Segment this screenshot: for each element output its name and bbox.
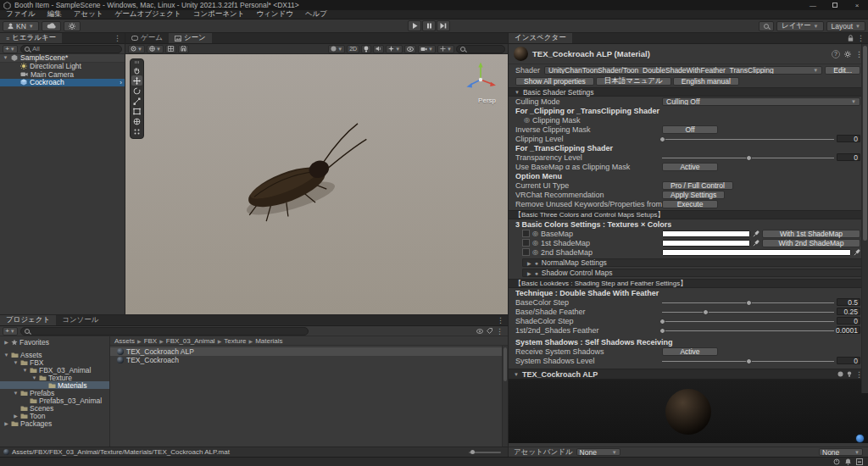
collapse-arrow-icon[interactable]: ▼ <box>3 55 8 60</box>
persp-label[interactable]: Persp <box>478 97 496 104</box>
clipping-level-slider[interactable] <box>662 135 834 143</box>
section-three-colors[interactable]: 【Basic Three Colors and Control Maps Set… <box>509 210 868 219</box>
rotate-tool-button[interactable] <box>131 86 142 96</box>
shades-feather-field[interactable]: 0.0001 <box>837 326 860 334</box>
orientation-gizmo[interactable] <box>462 59 499 97</box>
hierarchy-item-cockroach[interactable]: Cockroach › <box>0 79 125 87</box>
play-button[interactable] <box>408 20 421 31</box>
basecolor-step-field[interactable]: 0.5 <box>837 298 860 306</box>
overlay-drag-handle[interactable] <box>131 61 142 64</box>
base-shade-feather-field[interactable]: 0.25 <box>837 308 860 315</box>
1st-shademap-color-swatch[interactable] <box>662 240 750 247</box>
preview-header[interactable]: ▼ TEX_Cockroach ALP ⋮ <box>509 369 868 380</box>
kebab-menu-icon[interactable]: ⋮ <box>857 34 865 42</box>
tab-inspector[interactable]: インスペクター <box>509 33 572 43</box>
vrchat-apply-button[interactable]: Apply Settings <box>662 191 725 199</box>
menu-assets[interactable]: アセット <box>68 10 109 19</box>
file-list-scrollbar[interactable] <box>502 346 508 447</box>
tree-item-scenes[interactable]: Scenes <box>0 404 109 412</box>
section-basic-shader-settings[interactable]: ▼Basic Shader Settings <box>509 87 868 97</box>
account-dropdown[interactable]: KN ▼ <box>3 21 39 31</box>
version-control-button[interactable] <box>64 21 81 31</box>
create-object-button[interactable]: +▼ <box>3 45 18 53</box>
basecolor-step-slider[interactable] <box>662 298 834 307</box>
cloud-services-button[interactable] <box>42 21 61 31</box>
cockroach-model[interactable] <box>206 114 384 241</box>
tab-scene[interactable]: シーン <box>169 33 212 43</box>
layers-dropdown[interactable]: レイヤー▼ <box>776 21 824 31</box>
eyedropper-icon[interactable] <box>753 230 760 237</box>
tree-item-prefabs-03-animal[interactable]: Prefabs_03_Animal <box>0 397 109 404</box>
step-button[interactable] <box>437 20 450 31</box>
crumb-texture[interactable]: Texture <box>224 337 246 345</box>
tool-handle-position-dropdown[interactable]: ▼ <box>128 45 145 53</box>
receive-system-shadows-button[interactable]: Active <box>662 347 718 356</box>
tree-item-materials[interactable]: Materials <box>0 381 109 389</box>
hierarchy-search-input[interactable]: All <box>20 45 122 53</box>
2d-toggle[interactable]: 2D <box>347 45 359 53</box>
shader-dropdown[interactable]: UnityChanToonShader/Toon_DoubleShadeWith… <box>544 66 822 75</box>
notifications-bell-icon[interactable] <box>845 458 851 465</box>
material-preview-area[interactable] <box>509 380 868 443</box>
japanese-manual-button[interactable]: 日本語マニュアル <box>596 77 671 86</box>
asset-bundle-dropdown[interactable]: None▼ <box>576 448 620 456</box>
system-shadows-level-slider[interactable] <box>662 357 834 365</box>
inverse-clipping-mask-button[interactable]: Off <box>662 125 718 134</box>
ui-type-button[interactable]: Pro / Full Control <box>662 181 733 190</box>
tree-item-toon[interactable]: ▶Toon <box>0 412 109 419</box>
section-lookdevs[interactable]: 【Basic Lookdevs : Shading Step and Feath… <box>509 279 868 288</box>
preview-light-icon[interactable] <box>847 371 852 377</box>
camera-settings-dropdown[interactable]: ▼ <box>418 45 436 53</box>
create-asset-button[interactable]: +▼ <box>3 327 18 336</box>
scale-tool-button[interactable] <box>131 96 142 106</box>
execute-button[interactable]: Execute <box>662 200 718 208</box>
tab-project[interactable]: プロジェクト <box>0 315 56 325</box>
maximize-button[interactable] <box>824 0 846 10</box>
tab-console[interactable]: コンソール <box>56 315 104 325</box>
texture-slot[interactable] <box>522 239 530 247</box>
grid-snapping-button[interactable] <box>165 45 176 53</box>
project-search-input[interactable] <box>20 327 309 336</box>
crumb-fbx-03-animal[interactable]: FBX_03_Animal <box>166 337 215 345</box>
shades-feather-slider[interactable] <box>662 326 834 335</box>
hierarchy-item-directional-light[interactable]: Directional Light <box>0 63 125 71</box>
tab-game[interactable]: ゲーム <box>125 33 169 43</box>
close-button[interactable]: × <box>846 0 868 10</box>
audio-toggle[interactable] <box>373 45 384 53</box>
texture-slot[interactable] <box>522 248 530 256</box>
clipping-level-field[interactable]: 0 <box>837 135 860 142</box>
view-tool-button[interactable] <box>131 65 142 75</box>
with-1st-shademap-button[interactable]: With 1st ShadeMap <box>762 230 860 238</box>
pause-button[interactable] <box>422 20 436 31</box>
minimize-button[interactable]: — <box>802 0 824 10</box>
menu-window[interactable]: ウィンドウ <box>250 10 299 19</box>
with-2nd-shademap-button[interactable]: With 2nd ShadeMap <box>762 239 860 247</box>
inspector-scrollbar[interactable] <box>861 44 868 393</box>
eyedropper-icon[interactable] <box>753 240 760 247</box>
help-bubble-icon[interactable] <box>855 434 865 443</box>
show-all-properties-button[interactable]: Show All properties <box>515 77 594 86</box>
gizmos-dropdown[interactable]: ▼ <box>437 45 454 53</box>
kebab-menu-icon[interactable]: ⋮ <box>114 34 121 42</box>
asset-bundle-variant-dropdown[interactable]: None▼ <box>819 448 863 456</box>
gear-icon[interactable] <box>844 51 851 58</box>
activity-icon[interactable] <box>833 458 840 465</box>
crumb-assets[interactable]: Assets <box>114 337 135 345</box>
lock-icon[interactable] <box>848 35 854 42</box>
tree-item-texture[interactable]: ▼Texture <box>0 374 109 381</box>
thumbnail-size-slider[interactable] <box>469 452 501 453</box>
search-button[interactable] <box>759 21 774 31</box>
culling-mode-dropdown[interactable]: Culling Off▼ <box>662 97 860 106</box>
tool-handle-rotation-dropdown[interactable]: ▼ <box>147 45 164 53</box>
menu-help[interactable]: ヘルプ <box>299 10 333 19</box>
scene-viewport[interactable]: Persp <box>125 54 508 314</box>
crumb-materials[interactable]: Materials <box>255 337 282 345</box>
menu-edit[interactable]: 編集 <box>42 10 68 19</box>
tree-item-packages[interactable]: ▶Packages <box>0 419 109 427</box>
preview-sphere-icon[interactable] <box>837 371 843 377</box>
basemap-color-swatch[interactable] <box>662 230 750 237</box>
shader-edit-button[interactable]: Edit... <box>825 66 860 75</box>
progress-icon[interactable] <box>856 458 863 465</box>
texture-slot[interactable] <box>522 230 530 237</box>
foldout-normalmap-settings[interactable]: ▶●NormalMap Settings <box>522 258 865 267</box>
